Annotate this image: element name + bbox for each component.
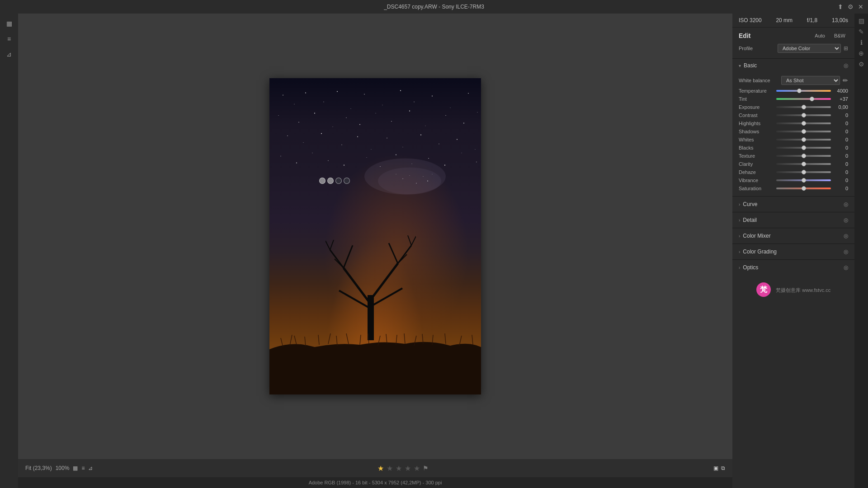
whites-thumb[interactable] xyxy=(802,137,806,142)
vibrance-value[interactable]: 0 xyxy=(835,178,848,183)
dehaze-thumb[interactable] xyxy=(802,170,806,174)
blacks-value[interactable]: 0 xyxy=(835,145,848,150)
brand-logo: 梵 xyxy=(756,282,771,297)
curve-eye-icon[interactable]: ◎ xyxy=(844,201,848,207)
close-icon[interactable]: ✕ xyxy=(858,3,863,10)
histogram-panel-icon[interactable]: ▨ xyxy=(859,17,864,24)
edit-panel-icon[interactable]: ✎ xyxy=(859,28,864,35)
upload-icon[interactable]: ⬆ xyxy=(838,3,843,10)
zoom-value[interactable]: 100% xyxy=(56,465,70,471)
filter-icon[interactable]: ⊿ xyxy=(88,465,93,471)
temperature-value[interactable]: 4000 xyxy=(835,88,848,94)
zoom-panel-icon[interactable]: ⊕ xyxy=(859,50,864,57)
dot-1[interactable] xyxy=(319,178,326,184)
svg-point-2 xyxy=(305,93,306,94)
star-2[interactable]: ★ xyxy=(387,464,393,473)
grid-tool[interactable]: ≡ xyxy=(3,33,15,45)
grid-view-icon[interactable]: ▦ xyxy=(73,465,78,471)
detail-right: ◎ xyxy=(844,217,848,223)
saturation-track[interactable] xyxy=(776,188,831,189)
optics-section-header[interactable]: › Optics ◎ xyxy=(732,259,854,275)
contrast-thumb[interactable] xyxy=(802,113,806,117)
vibrance-slider-row: Vibrance 0 xyxy=(739,176,848,184)
color-grading-section-header[interactable]: › Color Grading ◎ xyxy=(732,244,854,259)
bw-button[interactable]: B&W xyxy=(831,32,848,39)
eyedropper-icon[interactable]: ✏ xyxy=(843,77,848,84)
star-1[interactable]: ★ xyxy=(377,464,384,473)
shadows-value[interactable]: 0 xyxy=(835,129,848,134)
metadata-panel-icon[interactable]: ℹ xyxy=(860,39,863,46)
fit-label[interactable]: Fit (23,3%) xyxy=(25,465,52,471)
temperature-thumb[interactable] xyxy=(797,89,802,93)
star-4[interactable]: ★ xyxy=(405,464,411,473)
color-grading-left: › Color Grading xyxy=(739,249,777,255)
single-view-icon[interactable]: ▣ xyxy=(713,465,718,471)
vibrance-track-bg xyxy=(776,179,831,181)
clarity-track[interactable] xyxy=(776,163,831,165)
basic-visibility-icon[interactable]: ◎ xyxy=(844,62,848,69)
exposure-track[interactable] xyxy=(776,106,831,108)
shadows-track[interactable] xyxy=(776,131,831,132)
svg-line-81 xyxy=(336,336,337,346)
split-view-icon[interactable]: ⧉ xyxy=(721,465,725,471)
grid-view-btn[interactable]: ⊞ xyxy=(844,45,848,52)
clarity-value[interactable]: 0 xyxy=(835,161,848,167)
texture-thumb[interactable] xyxy=(802,154,806,158)
exposure-value[interactable]: 0,00 xyxy=(835,104,848,110)
whites-track[interactable] xyxy=(776,139,831,141)
histogram-tool[interactable]: ▦ xyxy=(3,17,15,30)
star-3[interactable]: ★ xyxy=(396,464,402,473)
gear-icon[interactable]: ⚙ xyxy=(848,3,854,10)
shadows-thumb[interactable] xyxy=(802,129,806,134)
svg-point-38 xyxy=(280,156,281,156)
auto-button[interactable]: Auto xyxy=(812,32,828,39)
blacks-thumb[interactable] xyxy=(802,145,806,150)
exposure-thumb[interactable] xyxy=(802,105,806,109)
texture-track[interactable] xyxy=(776,155,831,157)
vibrance-thumb[interactable] xyxy=(802,178,806,183)
profile-select[interactable]: Adobe Color Adobe Landscape Adobe Portra… xyxy=(778,44,841,53)
detail-eye-icon[interactable]: ◎ xyxy=(844,217,848,223)
compare-icon[interactable]: ≡ xyxy=(81,465,85,471)
tools-panel-icon[interactable]: ⚙ xyxy=(859,61,864,68)
svg-point-17 xyxy=(346,117,346,118)
color-grading-eye-icon[interactable]: ◎ xyxy=(844,249,848,255)
highlights-thumb[interactable] xyxy=(802,121,806,126)
vibrance-track[interactable] xyxy=(776,179,831,181)
flag-icon[interactable]: ⚑ xyxy=(423,465,429,472)
saturation-thumb[interactable] xyxy=(802,186,806,191)
detail-section-header[interactable]: › Detail ◎ xyxy=(732,212,854,228)
focal-value: 20 mm xyxy=(776,17,793,23)
tint-track[interactable] xyxy=(776,98,831,100)
tint-thumb[interactable] xyxy=(810,97,814,101)
dehaze-value[interactable]: 0 xyxy=(835,169,848,175)
contrast-value[interactable]: 0 xyxy=(835,113,848,118)
contrast-track[interactable] xyxy=(776,114,831,116)
shadows-slider-row: Shadows 0 xyxy=(739,127,848,136)
color-mixer-eye-icon[interactable]: ◎ xyxy=(844,233,848,239)
star-5[interactable]: ★ xyxy=(414,464,420,473)
dot-3[interactable] xyxy=(335,178,342,184)
whites-value[interactable]: 0 xyxy=(835,137,848,142)
adjustment-dots[interactable] xyxy=(319,178,350,184)
dehaze-track[interactable] xyxy=(776,171,831,173)
color-mixer-section-header[interactable]: › Color Mixer ◎ xyxy=(732,228,854,244)
clarity-thumb[interactable] xyxy=(802,162,806,166)
filter-tool[interactable]: ⊿ xyxy=(3,48,15,61)
dot-4[interactable] xyxy=(344,178,350,184)
optics-eye-icon[interactable]: ◎ xyxy=(844,264,848,271)
curve-section-header[interactable]: › Curve ◎ xyxy=(732,196,854,212)
whites-slider-row: Whites 0 xyxy=(739,136,848,144)
texture-value[interactable]: 0 xyxy=(835,153,848,159)
svg-point-54 xyxy=(402,178,403,179)
blacks-track[interactable] xyxy=(776,147,831,149)
highlights-track[interactable] xyxy=(776,122,831,124)
dot-2[interactable] xyxy=(327,178,334,184)
tint-value[interactable]: +37 xyxy=(835,96,848,102)
wb-select[interactable]: As Shot Auto Daylight Cloudy xyxy=(781,76,840,85)
saturation-value[interactable]: 0 xyxy=(835,186,848,191)
highlights-value[interactable]: 0 xyxy=(835,121,848,126)
image-container[interactable] xyxy=(18,14,732,459)
basic-section-header[interactable]: ▾ Basic ◎ xyxy=(732,58,854,72)
temperature-track[interactable] xyxy=(776,90,831,92)
